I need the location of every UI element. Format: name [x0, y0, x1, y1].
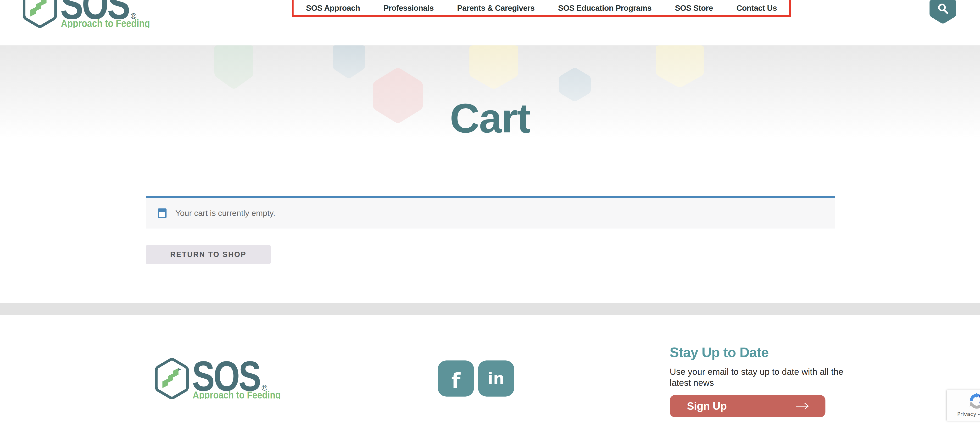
nav-item-contact-us[interactable]: Contact Us [737, 3, 777, 13]
facebook-link[interactable]: f [438, 360, 474, 396]
linkedin-link[interactable]: in [478, 360, 514, 396]
section-divider [0, 303, 980, 315]
recaptcha-privacy-terms[interactable]: Privacy - Terms [957, 411, 980, 417]
recaptcha-icon [969, 392, 980, 410]
newsletter-description: Use your email to stay up to date with a… [670, 366, 861, 389]
footer-logo[interactable]: SOS ® Approach to Feeding [155, 358, 283, 399]
cart-empty-message: Your cart is currently empty. [175, 208, 275, 218]
logo-tagline: Approach to Feeding [61, 18, 150, 28]
main-nav: SOS Approach Professionals Parents & Car… [292, 0, 791, 17]
nav-item-sos-approach[interactable]: SOS Approach [306, 3, 360, 13]
search-button[interactable] [929, 0, 956, 24]
hexagon-decoration-green [215, 45, 253, 91]
recaptcha-badge[interactable]: Privacy - Terms [947, 390, 980, 421]
hero-section: Cart [0, 45, 980, 196]
facebook-icon: f [451, 364, 460, 393]
return-to-shop-button[interactable]: RETURN TO SHOP [146, 245, 271, 264]
page-title: Cart [0, 98, 980, 139]
site-logo[interactable]: SOS ® Approach to Feeding [23, 0, 152, 28]
newsletter-section: Stay Up to Date Use your email to stay u… [670, 344, 868, 389]
nav-item-parents-caregivers[interactable]: Parents & Caregivers [457, 3, 535, 13]
cart-empty-notice: Your cart is currently empty. [146, 196, 835, 228]
newsletter-title: Stay Up to Date [670, 344, 868, 360]
footer-logo-tagline: Approach to Feeding [192, 389, 281, 399]
linkedin-icon: in [488, 369, 505, 388]
hexagon-decoration-yellow-right [656, 45, 704, 89]
nav-item-sos-store[interactable]: SOS Store [675, 3, 713, 13]
hexagon-decoration-lightblue [559, 67, 591, 102]
hexagon-decoration-yellow-left [469, 45, 518, 91]
sign-up-button[interactable]: Sign Up [670, 395, 826, 417]
header: SOS ® Approach to Feeding SOS Approach P… [0, 0, 980, 45]
cart-notice-icon [158, 208, 167, 218]
sign-up-label: Sign Up [687, 400, 727, 412]
arrow-right-icon [796, 403, 810, 410]
nav-item-sos-education-programs[interactable]: SOS Education Programs [558, 3, 652, 13]
nav-item-professionals[interactable]: Professionals [383, 3, 434, 13]
hexagon-decoration-bluegray [333, 45, 365, 80]
